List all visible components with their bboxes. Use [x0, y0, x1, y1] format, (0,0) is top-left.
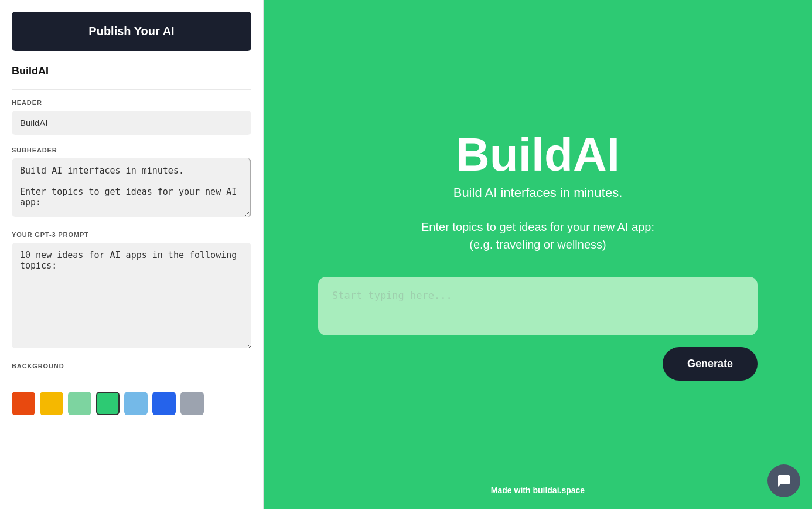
header-section: HEADER	[0, 99, 263, 147]
publish-button[interactable]: Publish Your AI	[12, 12, 251, 51]
prompt-label: YOUR GPT-3 PROMPT	[12, 231, 251, 238]
background-label: BACKGROUND	[12, 362, 251, 369]
app-name-label: BuildAI	[0, 60, 263, 87]
generate-button[interactable]: Generate	[663, 347, 758, 381]
app-title: BuildAI	[456, 129, 620, 181]
chat-bubble-button[interactable]	[767, 464, 800, 497]
color-swatch-light-blue[interactable]	[124, 392, 148, 415]
prompt-input[interactable]: 10 new ideas for AI apps in the followin…	[12, 243, 251, 348]
subheader-section: SUBHEADER Build AI interfaces in minutes…	[0, 147, 263, 231]
divider-1	[12, 89, 251, 90]
left-panel: Publish Your AI BuildAI HEADER SUBHEADER…	[0, 0, 264, 509]
color-swatch-blue[interactable]	[152, 392, 176, 415]
background-section: BACKGROUND	[0, 362, 263, 386]
color-swatch-yellow[interactable]	[40, 392, 63, 415]
subheader-label: SUBHEADER	[12, 147, 251, 154]
header-input[interactable]	[12, 111, 251, 135]
color-swatch-green[interactable]	[96, 392, 120, 415]
right-panel: BuildAI Build AI interfaces in minutes. …	[264, 0, 812, 509]
color-swatch-orange[interactable]	[12, 392, 35, 415]
generate-row: Generate	[318, 347, 758, 381]
footer-text: Made with buildai.space	[491, 486, 585, 495]
header-label: HEADER	[12, 99, 251, 106]
chat-icon	[777, 474, 791, 488]
app-description: Enter topics to get ideas for your new A…	[421, 218, 654, 253]
color-swatch-light-green[interactable]	[68, 392, 91, 415]
app-subtitle: Build AI interfaces in minutes.	[453, 185, 623, 201]
subheader-input[interactable]: Build AI interfaces in minutes. Enter to…	[12, 158, 251, 217]
color-swatches-container	[0, 386, 263, 427]
main-input[interactable]	[318, 277, 758, 335]
color-swatch-gray[interactable]	[180, 392, 204, 415]
prompt-section: YOUR GPT-3 PROMPT 10 new ideas for AI ap…	[0, 231, 263, 362]
